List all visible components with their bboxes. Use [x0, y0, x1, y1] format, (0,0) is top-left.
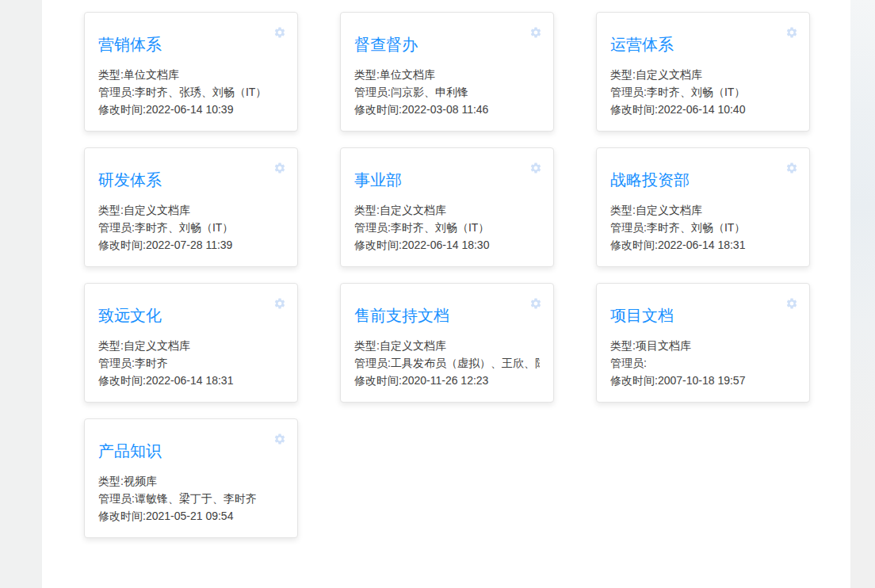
library-card[interactable]: 战略投资部 类型:自定义文档库 管理员:李时齐、刘畅（IT） 修改时间:2022… [596, 147, 810, 267]
gear-icon[interactable] [273, 297, 286, 310]
library-meta: 类型:自定义文档库 管理员:李时齐、刘畅（IT） 修改时间:2022-07-28… [98, 202, 284, 254]
library-type-row: 类型:自定义文档库 [610, 202, 796, 219]
library-modified-row: 修改时间:2021-05-21 09:54 [98, 508, 284, 525]
modified-value: 2007-10-18 19:57 [658, 374, 746, 387]
library-modified-row: 修改时间:2022-03-08 11:46 [354, 101, 540, 118]
library-modified-row: 修改时间:2022-07-28 11:39 [98, 237, 284, 254]
type-label: 类型: [354, 68, 380, 81]
library-admin-row: 管理员:李时齐、刘畅（IT） [610, 220, 796, 236]
gear-icon[interactable] [785, 26, 798, 39]
library-modified-row: 修改时间:2022-06-14 10:40 [610, 101, 796, 118]
library-modified-row: 修改时间:2022-06-14 18:30 [354, 237, 540, 254]
modified-label: 修改时间: [354, 103, 402, 116]
admin-label: 管理员: [610, 357, 647, 369]
library-meta: 类型:自定义文档库 管理员:李时齐、刘畅（IT） 修改时间:2022-06-14… [354, 202, 540, 254]
modified-label: 修改时间: [98, 103, 146, 116]
library-type-row: 类型:单位文档库 [354, 67, 540, 83]
modified-value: 2022-07-28 11:39 [146, 239, 233, 251]
type-value: 自定义文档库 [636, 68, 702, 81]
library-title-link[interactable]: 事业部 [354, 171, 540, 189]
modified-label: 修改时间: [98, 374, 146, 387]
gear-icon[interactable] [785, 297, 798, 310]
gear-icon[interactable] [273, 162, 286, 174]
library-card[interactable]: 售前支持文档 类型:自定义文档库 管理员:工具发布员（虚拟）、王欣、陈景... … [340, 283, 554, 403]
library-list-panel: 营销体系 类型:单位文档库 管理员:李时齐、张琇、刘畅（IT） 修改时间:202… [42, 0, 850, 588]
type-label: 类型: [354, 204, 380, 216]
library-card[interactable]: 产品知识 类型:视频库 管理员:谭敏锋、梁丁于、李时齐 修改时间:2021-05… [84, 418, 298, 538]
type-label: 类型: [610, 339, 636, 352]
library-title-link[interactable]: 运营体系 [610, 36, 796, 53]
library-card[interactable]: 营销体系 类型:单位文档库 管理员:李时齐、张琇、刘畅（IT） 修改时间:202… [84, 12, 298, 132]
gear-icon[interactable] [273, 433, 286, 445]
library-admin-row: 管理员:工具发布员（虚拟）、王欣、陈景... [354, 355, 540, 372]
library-admin-row: 管理员:闫京影、申利锋 [354, 84, 540, 101]
admin-label: 管理员: [98, 357, 135, 369]
library-title-link[interactable]: 产品知识 [98, 442, 284, 460]
library-admin-row: 管理员:李时齐、刘畅（IT） [610, 84, 796, 101]
admin-value: 闫京影、申利锋 [391, 86, 468, 98]
library-meta: 类型:项目文档库 管理员: 修改时间:2007-10-18 19:57 [610, 338, 796, 389]
library-title-link[interactable]: 致远文化 [98, 307, 284, 324]
type-label: 类型: [98, 475, 124, 487]
modified-value: 2022-06-14 10:39 [146, 103, 234, 116]
library-type-row: 类型:单位文档库 [98, 67, 284, 83]
gear-icon[interactable] [529, 26, 542, 39]
library-modified-row: 修改时间:2022-06-14 18:31 [610, 237, 796, 254]
library-modified-row: 修改时间:2007-10-18 19:57 [610, 372, 796, 389]
gear-icon[interactable] [529, 162, 542, 174]
type-value: 自定义文档库 [124, 204, 190, 216]
library-card[interactable]: 运营体系 类型:自定义文档库 管理员:李时齐、刘畅（IT） 修改时间:2022-… [596, 12, 810, 132]
library-modified-row: 修改时间:2022-06-14 18:31 [98, 372, 284, 389]
library-card[interactable]: 项目文档 类型:项目文档库 管理员: 修改时间:2007-10-18 19:57 [596, 283, 810, 403]
admin-label: 管理员: [610, 86, 647, 98]
type-value: 项目文档库 [636, 339, 691, 352]
library-admin-row: 管理员: [610, 355, 796, 372]
type-value: 视频库 [124, 475, 157, 487]
admin-label: 管理员: [98, 86, 135, 98]
gear-icon[interactable] [529, 297, 542, 310]
modified-label: 修改时间: [98, 239, 146, 251]
library-title-link[interactable]: 督查督办 [354, 36, 540, 53]
library-modified-row: 修改时间:2020-11-26 12:23 [354, 372, 540, 389]
gear-icon[interactable] [273, 26, 286, 39]
admin-value: 工具发布员（虚拟）、王欣、陈景... [391, 357, 540, 369]
library-title-link[interactable]: 项目文档 [610, 307, 796, 324]
admin-value: 李时齐、刘畅（IT） [647, 86, 745, 98]
library-title-link[interactable]: 研发体系 [98, 171, 284, 189]
modified-label: 修改时间: [354, 374, 402, 387]
library-admin-row: 管理员:谭敏锋、梁丁于、李时齐 [98, 491, 284, 507]
page-right-margin-band [850, 0, 875, 588]
library-card[interactable]: 研发体系 类型:自定义文档库 管理员:李时齐、刘畅（IT） 修改时间:2022-… [84, 147, 298, 267]
admin-label: 管理员: [354, 86, 391, 98]
modified-value: 2022-03-08 11:46 [402, 103, 489, 116]
library-card[interactable]: 事业部 类型:自定义文档库 管理员:李时齐、刘畅（IT） 修改时间:2022-0… [340, 147, 554, 267]
admin-value: 李时齐、刘畅（IT） [647, 221, 745, 234]
library-modified-row: 修改时间:2022-06-14 10:39 [98, 101, 284, 118]
type-value: 单位文档库 [380, 68, 435, 81]
library-type-row: 类型:自定义文档库 [610, 67, 796, 83]
library-card[interactable]: 督查督办 类型:单位文档库 管理员:闫京影、申利锋 修改时间:2022-03-0… [340, 12, 554, 132]
library-title-link[interactable]: 战略投资部 [610, 171, 796, 189]
library-title-link[interactable]: 售前支持文档 [354, 307, 540, 324]
type-value: 自定义文档库 [380, 339, 446, 352]
library-meta: 类型:单位文档库 管理员:李时齐、张琇、刘畅（IT） 修改时间:2022-06-… [98, 67, 284, 118]
modified-value: 2022-06-14 10:40 [658, 103, 746, 116]
page-left-margin-band [0, 0, 42, 588]
type-label: 类型: [354, 339, 380, 352]
library-title-link[interactable]: 营销体系 [98, 36, 284, 53]
gear-icon[interactable] [785, 162, 798, 174]
library-meta: 类型:自定义文档库 管理员:李时齐、刘畅（IT） 修改时间:2022-06-14… [610, 202, 796, 254]
modified-label: 修改时间: [610, 374, 658, 387]
admin-value: 李时齐、张琇、刘畅（IT） [135, 86, 266, 98]
library-meta: 类型:视频库 管理员:谭敏锋、梁丁于、李时齐 修改时间:2021-05-21 0… [98, 473, 284, 525]
admin-label: 管理员: [610, 221, 647, 234]
library-admin-row: 管理员:李时齐、刘畅（IT） [98, 220, 284, 236]
library-card[interactable]: 致远文化 类型:自定义文档库 管理员:李时齐 修改时间:2022-06-14 1… [84, 283, 298, 403]
modified-label: 修改时间: [610, 239, 658, 251]
library-meta: 类型:单位文档库 管理员:闫京影、申利锋 修改时间:2022-03-08 11:… [354, 67, 540, 118]
library-meta: 类型:自定义文档库 管理员:李时齐、刘畅（IT） 修改时间:2022-06-14… [610, 67, 796, 118]
library-admin-row: 管理员:李时齐、刘畅（IT） [354, 220, 540, 236]
admin-value: 谭敏锋、梁丁于、李时齐 [135, 492, 257, 505]
library-admin-row: 管理员:李时齐 [98, 355, 284, 372]
library-type-row: 类型:自定义文档库 [98, 338, 284, 354]
